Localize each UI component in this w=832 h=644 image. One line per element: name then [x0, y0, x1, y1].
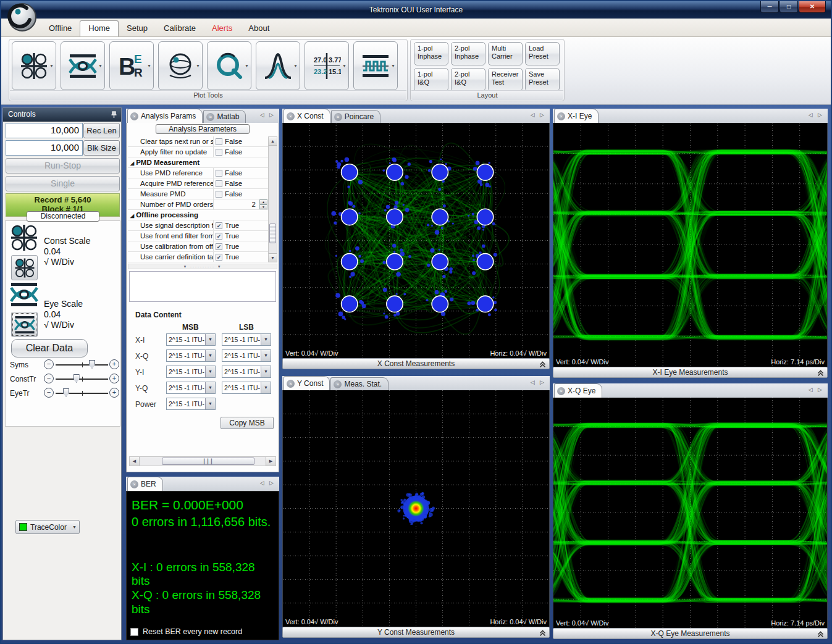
expander-icon[interactable]: ◢: [130, 213, 134, 219]
layout-button-save-preset[interactable]: SavePreset: [525, 68, 560, 91]
menu-item-calibrate[interactable]: Calibrate: [156, 21, 204, 36]
property-row[interactable]: Use signal description fr✔True: [128, 220, 268, 231]
run-stop-button[interactable]: Run-Stop: [6, 158, 120, 174]
decrement-button[interactable]: −: [44, 388, 54, 398]
tab-scroll-arrows[interactable]: ◁ ▷: [809, 387, 824, 393]
menu-item-setup[interactable]: Setup: [119, 21, 156, 36]
property-row[interactable]: Acquire PMD referenceFalse: [128, 178, 268, 189]
pin-icon[interactable]: [111, 111, 117, 123]
x-const-measurements-bar[interactable]: X Const Measurements: [282, 358, 550, 369]
scrollbar-thumb[interactable]: ┃┃┃: [162, 458, 254, 465]
chevron-down-icon[interactable]: ▼: [245, 64, 249, 68]
property-row[interactable]: Use front end filter from✔True: [128, 231, 268, 241]
reset-ber-checkbox[interactable]: [130, 628, 138, 636]
slider-thumb[interactable]: [89, 360, 95, 369]
slider-thumb[interactable]: [74, 374, 80, 383]
lsb-select[interactable]: 2^15 -1 ITU-▼: [222, 366, 271, 378]
xq-eye-measurements-bar[interactable]: X-Q Eye Measurements: [553, 628, 828, 639]
close-icon[interactable]: ×: [557, 112, 565, 120]
tab-xi-eye[interactable]: × X-I Eye: [554, 109, 599, 123]
property-row[interactable]: Apply filter no updateFalse: [128, 147, 268, 157]
slider-track[interactable]: [56, 374, 108, 383]
menu-item-offline[interactable]: Offline: [41, 21, 80, 36]
close-button[interactable]: ✕: [799, 1, 826, 13]
chevron-down-icon[interactable]: ▼: [205, 382, 215, 393]
slider-track[interactable]: [56, 388, 108, 398]
q-factor-button[interactable]: ▼: [207, 41, 251, 90]
checkbox-icon[interactable]: ✔: [216, 254, 222, 261]
scroll-right-icon[interactable]: ▶: [266, 457, 275, 466]
y-const-measurements-bar[interactable]: Y Const Measurements: [282, 627, 550, 638]
spinner-buttons[interactable]: ▲▼: [259, 199, 267, 209]
chevron-down-icon[interactable]: ▼: [49, 64, 54, 68]
close-icon[interactable]: ×: [130, 112, 138, 120]
tab-scroll-arrows[interactable]: ◁ ▷: [260, 480, 275, 486]
layout-button-receiver-test[interactable]: ReceiverTest: [488, 68, 523, 91]
property-row[interactable]: Measure PMDFalse: [128, 189, 268, 199]
layout-button-1-pol-iq[interactable]: 1-polI&Q: [414, 68, 448, 91]
single-button[interactable]: Single: [6, 176, 120, 191]
tab-meas-stat[interactable]: × Meas. Stat.: [330, 377, 389, 390]
scroll-up-icon[interactable]: ▲: [269, 137, 277, 146]
chevron-down-icon[interactable]: ▼: [261, 350, 271, 361]
increment-button[interactable]: +: [109, 388, 119, 398]
layout-button-1-pol-inphase[interactable]: 1-polInphase: [414, 42, 448, 65]
layout-button-multi-carrier[interactable]: MultiCarrier: [488, 42, 523, 65]
chevron-down-icon[interactable]: ▼: [205, 350, 215, 361]
chevron-down-icon[interactable]: ▼: [293, 64, 298, 68]
controls-panel-header[interactable]: Controls: [3, 108, 121, 122]
tab-scroll-arrows[interactable]: ◁ ▷: [809, 112, 824, 118]
property-row[interactable]: Use calibration from offli✔True: [128, 241, 268, 252]
slider-track[interactable]: [56, 359, 108, 369]
x-const-plot[interactable]: Vert: 0.04√ W/Div Horiz: 0.04√ W/Div: [282, 123, 550, 358]
xq-eye-plot[interactable]: Vert: 0.04√ W/Div Horiz: 7.14 ps/Div: [553, 398, 828, 628]
tab-scroll-arrows[interactable]: ◁ ▷: [260, 112, 275, 118]
decrement-button[interactable]: −: [44, 374, 54, 383]
checkbox-icon[interactable]: [216, 180, 222, 187]
lsb-select[interactable]: 2^15 -1 ITU-▼: [222, 382, 271, 394]
xi-eye-plot[interactable]: Vert: 0.04√ W/Div Horiz: 7.14 ps/Div: [553, 123, 828, 367]
msb-select[interactable]: 2^15 -1 ITU-▼: [166, 349, 216, 362]
spectrum-button[interactable]: ▼: [256, 41, 300, 90]
chevron-down-icon[interactable]: ▼: [196, 64, 200, 68]
increment-button[interactable]: +: [109, 374, 119, 383]
close-icon[interactable]: ×: [206, 113, 214, 121]
property-row[interactable]: Number of PMD orders2▲▼: [128, 199, 268, 210]
maximize-button[interactable]: □: [779, 1, 798, 13]
checkbox-icon[interactable]: [216, 191, 222, 198]
close-icon[interactable]: ×: [287, 380, 295, 388]
chevron-down-icon[interactable]: ▼: [261, 366, 271, 377]
chevron-down-icon[interactable]: ▼: [205, 334, 215, 345]
tab-analysis-params[interactable]: × Analysis Params: [127, 109, 203, 123]
checkbox-icon[interactable]: ✔: [216, 243, 222, 250]
chevron-down-icon[interactable]: ▼: [147, 64, 151, 68]
property-row[interactable]: Use PMD referenceFalse: [128, 168, 268, 178]
msb-select[interactable]: 2^15 -1 ITU-▼: [166, 382, 216, 394]
close-icon[interactable]: ×: [557, 387, 565, 395]
menu-item-alerts[interactable]: Alerts: [204, 21, 240, 36]
scroll-down-icon[interactable]: ▼: [269, 253, 277, 262]
layout-button-2-pol-inphase[interactable]: 2-polInphase: [451, 42, 485, 65]
chevron-down-icon[interactable]: ▼: [261, 382, 271, 393]
chevron-down-icon[interactable]: ▼: [205, 398, 215, 409]
chevron-down-icon[interactable]: ▼: [391, 64, 395, 68]
checkbox-icon[interactable]: [216, 138, 222, 145]
tab-y-const[interactable]: × Y Const: [284, 376, 330, 390]
slider-thumb[interactable]: [63, 388, 69, 397]
eye-diagram-button[interactable]: ▼: [61, 41, 105, 90]
close-icon[interactable]: ×: [334, 380, 342, 388]
tab-matlab[interactable]: × Matlab: [203, 110, 246, 123]
constellation-button[interactable]: ▼: [12, 41, 56, 90]
lsb-select[interactable]: 2^15 -1 ITU-▼: [222, 333, 271, 346]
lsb-select[interactable]: 2^15 -1 ITU-▼: [222, 349, 271, 362]
blk-size-button[interactable]: Blk Size: [83, 140, 120, 156]
layout-button-load-preset[interactable]: LoadPreset: [525, 42, 560, 65]
rec-len-button[interactable]: Rec Len: [83, 123, 120, 138]
decrement-button[interactable]: −: [44, 359, 54, 369]
spin-down-icon[interactable]: ▼: [259, 204, 267, 209]
chevron-down-icon[interactable]: ▼: [342, 64, 347, 68]
copy-msb-button[interactable]: Copy MSB: [221, 417, 274, 429]
menu-item-home[interactable]: Home: [80, 20, 119, 36]
tab-scroll-arrows[interactable]: ◁ ▷: [531, 379, 546, 385]
msb-select[interactable]: 2^15 -1 ITU-▼: [166, 333, 216, 346]
